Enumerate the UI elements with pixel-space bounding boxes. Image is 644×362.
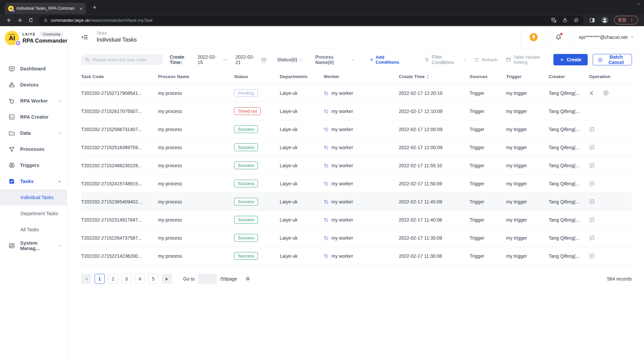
bookmark-star-icon[interactable] <box>574 17 579 23</box>
rerun-icon[interactable] <box>589 126 595 132</box>
search-input[interactable] <box>93 57 159 62</box>
operation-cell <box>589 235 632 241</box>
table-row[interactable]: T202202-27152566731407... my process Suc… <box>81 120 632 138</box>
task-code-cell[interactable]: T202202-27152264737587... <box>81 235 158 241</box>
table-row[interactable]: T202202-27152214236200... my process Suc… <box>81 247 632 265</box>
table-row[interactable]: T202202-27152264737587... my process Suc… <box>81 229 632 247</box>
task-code-cell[interactable]: T202202-27152617075507... <box>81 109 158 114</box>
process-name-dropdown[interactable]: Process Name(0) <box>315 54 355 65</box>
date-from[interactable]: 2022-02-15 <box>198 54 218 65</box>
sidebar-item-triggers[interactable]: Triggers <box>0 157 67 173</box>
rerun-icon[interactable] <box>589 253 595 259</box>
next-page-button[interactable] <box>162 274 172 284</box>
page-button[interactable]: 4 <box>135 274 145 284</box>
page-button[interactable]: 3 <box>121 274 131 284</box>
worker-robot-icon <box>324 181 329 186</box>
chevron-down-icon <box>300 58 303 61</box>
task-code-cell[interactable]: T202202-27152365409402... <box>81 199 158 204</box>
update-button[interactable]: 更新 ⋮ <box>614 16 638 24</box>
sidebar-item-dashboard[interactable]: Dashboard <box>0 61 67 77</box>
back-icon[interactable] <box>6 17 12 23</box>
rerun-icon[interactable] <box>589 217 595 223</box>
table-row[interactable]: T202202-27152516399759... my process Suc… <box>81 138 632 157</box>
account-menu[interactable]: ejo********@chacuo.net <box>570 26 644 48</box>
notifications-button[interactable] <box>546 26 570 48</box>
trigger-cell: my trigger <box>506 109 549 114</box>
batch-cancel-button[interactable]: Batch Cancel <box>593 54 632 65</box>
profile-avatar-icon[interactable] <box>601 16 608 24</box>
goto-page-input[interactable] <box>198 274 217 284</box>
task-code-search[interactable] <box>81 54 163 65</box>
sidebar-item-all-tasks[interactable]: All Tasks <box>0 222 67 238</box>
table-header-row: Task Code Process Name Status Department… <box>81 69 632 84</box>
task-code-cell[interactable]: T202202-27152717908541... <box>81 90 158 96</box>
logo-gear-badge-icon: ⚙ <box>15 40 21 46</box>
rerun-icon[interactable] <box>589 144 595 150</box>
sidebar-item-individual-tasks[interactable]: Individual Tasks <box>0 189 67 205</box>
task-code-cell[interactable]: T202202-27152516399759... <box>81 145 158 150</box>
create-time-filter[interactable]: Create Time: 2022-02-15 2022-02-21 <box>170 54 267 65</box>
sort-icon[interactable] <box>426 74 429 79</box>
task-code-cell[interactable]: T202202-27152466235228... <box>81 163 158 168</box>
sidebar: AI ⚙ LAIYE Community RPA Commander Dashb… <box>0 26 67 362</box>
department-cell: Laiye-uk <box>280 163 324 168</box>
task-code-cell[interactable]: T202202-27152314917847... <box>81 217 158 223</box>
table-row[interactable]: T202202-27152314917847... my process Suc… <box>81 211 632 229</box>
status-dropdown[interactable]: Status(0) <box>277 57 303 62</box>
tabstrip-chevron-icon[interactable] <box>637 2 641 6</box>
cancel-icon[interactable] <box>603 90 609 96</box>
status-badge: Pending <box>234 89 258 97</box>
share-icon[interactable] <box>562 17 568 23</box>
worker-robot-icon <box>324 127 329 132</box>
sidebar-item-processes[interactable]: Processes <box>0 141 67 157</box>
table-row[interactable]: T202202-27152466235228... my process Suc… <box>81 157 632 175</box>
adjust-icon[interactable] <box>589 90 594 96</box>
rerun-icon[interactable] <box>589 199 595 204</box>
task-code-cell[interactable]: T202202-27152566731407... <box>81 127 158 132</box>
task-code-cell[interactable]: T202202-27152214236200... <box>81 253 158 259</box>
create-button[interactable]: Create <box>553 54 588 65</box>
browser-tab[interactable]: AI Individual Tasks_RPA Comman × <box>5 3 86 14</box>
rerun-icon[interactable] <box>589 163 595 168</box>
new-tab-button[interactable]: + <box>93 3 97 11</box>
help-bulb-button[interactable] <box>521 26 546 48</box>
sidebar-item-department-tasks[interactable]: Department Tasks <box>0 205 67 222</box>
calendar-icon[interactable] <box>261 57 267 63</box>
trigger-cell: my trigger <box>506 181 549 186</box>
table-row[interactable]: T202202-27152617075507... my process Tim… <box>81 102 632 120</box>
collapse-sidebar-icon[interactable] <box>81 34 89 41</box>
create-time-cell: 2022-02-17 11:55:10 <box>399 163 470 168</box>
add-conditions-button[interactable]: Add Conditions <box>370 55 405 65</box>
create-time-sort-header[interactable]: Create Time <box>399 74 470 79</box>
date-to[interactable]: 2022-02-21 <box>235 54 256 65</box>
table-row[interactable]: T202202-27152717908541... my process Pen… <box>81 84 632 102</box>
department-cell: Laiye-uk <box>280 199 324 204</box>
refresh-button[interactable]: Refresh <box>474 57 497 62</box>
reload-icon[interactable] <box>28 17 34 23</box>
translate-icon[interactable] <box>551 17 556 23</box>
rerun-icon[interactable] <box>589 235 595 241</box>
task-code-cell[interactable]: T202202-27152415748915... <box>81 181 158 186</box>
page-button[interactable]: 5 <box>148 274 158 284</box>
forward-icon[interactable] <box>17 17 23 23</box>
filter-conditions-toggle[interactable]: Filter Conditions <box>424 54 466 65</box>
sidebar-item-data[interactable]: Data <box>0 125 67 141</box>
prev-page-button[interactable] <box>81 274 91 284</box>
rerun-icon[interactable] <box>589 181 595 186</box>
tab-close-icon[interactable]: × <box>79 6 83 11</box>
sidebar-item-devices[interactable]: Devices <box>0 77 67 93</box>
sidebar-item-rpa-creator[interactable]: RPA Creator <box>0 109 67 125</box>
page-button[interactable]: 2 <box>108 274 118 284</box>
browser-menu-icon[interactable]: ⋮ <box>630 18 634 23</box>
pagination-settings-gear-icon[interactable] <box>245 276 251 282</box>
page-button[interactable]: 1 <box>95 274 105 284</box>
table-row[interactable]: T202202-27152415748915... my process Suc… <box>81 175 632 193</box>
table-header-setting-button[interactable]: Table Header Setting <box>506 55 545 65</box>
worker-cell: my worker <box>324 90 399 96</box>
side-panel-icon[interactable] <box>589 17 595 23</box>
sidebar-item-system-management[interactable]: System Manag... <box>0 238 67 254</box>
table-row[interactable]: T202202-27152365409402... my process Suc… <box>81 193 632 211</box>
url-bar[interactable]: commander.laiye.uk/view/commander/#/task… <box>39 15 584 25</box>
sidebar-item-rpa-worker[interactable]: RPA Worker <box>0 93 67 109</box>
sidebar-item-tasks[interactable]: Tasks <box>0 173 67 189</box>
